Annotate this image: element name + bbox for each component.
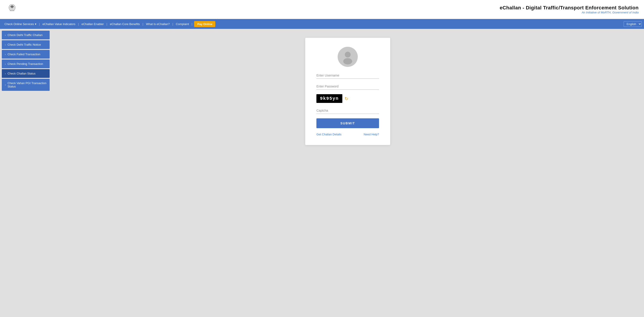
captcha-image: 9k95yn <box>316 94 342 103</box>
separator-5: | <box>172 22 174 26</box>
chevron-icon: › <box>5 72 6 75</box>
captcha-refresh-icon[interactable]: ↻ <box>344 96 348 101</box>
sidebar-label-vahan-pgi: Check Vahan PGI Transaction Status <box>8 81 46 88</box>
separator-1: | <box>39 22 40 26</box>
dropdown-icon: ▾ <box>35 22 36 26</box>
get-challan-details-link[interactable]: Get Challan Details <box>316 133 342 136</box>
username-input[interactable] <box>316 72 379 79</box>
header: सत्यमेव जयते eChallan - Digital Traffic/… <box>0 0 644 19</box>
captcha-area: 9k95yn ↻ <box>316 94 379 103</box>
content-area: 9k95yn ↻ SUBMIT Get Challan Details Need… <box>52 29 644 317</box>
language-select[interactable]: English Hindi <box>624 21 642 27</box>
site-title-area: eChallan - Digital Traffic/Transport Enf… <box>500 5 639 14</box>
pay-online-button[interactable]: Pay Online <box>194 21 215 27</box>
captcha-group <box>316 107 379 114</box>
svg-point-14 <box>343 58 352 65</box>
separator-3: | <box>106 22 108 26</box>
username-group <box>316 72 379 79</box>
sidebar-label-pending-transaction: Check Pending Transaction <box>8 62 43 66</box>
navbar: Check Online Services ▾ | eChallan Value… <box>0 19 644 29</box>
check-online-services-label: Check Online Services <box>4 22 34 26</box>
user-avatar-icon <box>340 49 356 65</box>
need-help-link[interactable]: Need Help? <box>364 133 379 136</box>
chevron-icon: › <box>5 43 6 46</box>
nav-echallan-value-indicators[interactable]: eChallan Value Indicators <box>40 19 78 29</box>
nav-echallan-core-benefits[interactable]: eChallan Core Benefits <box>108 19 142 29</box>
separator-4: | <box>142 22 144 26</box>
chevron-icon: › <box>5 34 6 37</box>
sidebar-label-delhi-traffic-challan: Check Delhi Traffic Challan <box>8 33 43 37</box>
main-layout: › Check Delhi Traffic Challan › Check De… <box>0 29 644 317</box>
login-card: 9k95yn ↻ SUBMIT Get Challan Details Need… <box>305 38 390 145</box>
logo-area: सत्यमेव जयते <box>5 3 19 16</box>
svg-text:सत्यमेव जयते: सत्यमेव जयते <box>10 11 14 12</box>
captcha-input[interactable] <box>316 107 379 114</box>
nav-echallan-enabler[interactable]: eChallan Enabler <box>79 19 106 29</box>
language-selector-area: English Hindi <box>624 21 642 27</box>
sidebar-item-delhi-traffic-challan[interactable]: › Check Delhi Traffic Challan <box>2 31 50 39</box>
sidebar-item-challan-status[interactable]: › Check Challan Status <box>2 69 50 78</box>
submit-button[interactable]: SUBMIT <box>316 118 379 128</box>
separator-2: | <box>78 22 79 26</box>
nav-complaint[interactable]: Complaint <box>174 19 191 29</box>
avatar <box>338 47 358 67</box>
chevron-icon: › <box>5 53 6 56</box>
separator-6: | <box>191 22 193 26</box>
chevron-icon: › <box>5 84 6 86</box>
emblem-logo: सत्यमेव जयते <box>5 3 19 16</box>
bottom-links: Get Challan Details Need Help? <box>316 133 379 136</box>
sidebar-item-delhi-traffic-notice[interactable]: › Check Delhi Traffic Notice <box>2 40 50 49</box>
site-title: eChallan - Digital Traffic/Transport Enf… <box>500 5 639 11</box>
password-input[interactable] <box>316 83 379 90</box>
sidebar-label-failed-transaction: Check Failed Transaction <box>8 53 40 56</box>
nav-what-is-echallan[interactable]: What Is eChallan? <box>144 19 172 29</box>
avatar-container <box>338 47 358 67</box>
check-online-services-menu[interactable]: Check Online Services ▾ <box>2 19 39 29</box>
sidebar-item-failed-transaction[interactable]: › Check Failed Transaction <box>2 50 50 59</box>
chevron-icon: › <box>5 63 6 65</box>
svg-point-13 <box>345 52 350 58</box>
site-subtitle: An Initiative of MoRTH, Government of In… <box>500 11 639 14</box>
password-group <box>316 83 379 90</box>
sidebar-label-challan-status: Check Challan Status <box>8 72 36 75</box>
sidebar-item-vahan-pgi[interactable]: › Check Vahan PGI Transaction Status <box>2 79 50 91</box>
sidebar-item-pending-transaction[interactable]: › Check Pending Transaction <box>2 60 50 68</box>
sidebar: › Check Delhi Traffic Challan › Check De… <box>0 29 52 317</box>
sidebar-label-delhi-traffic-notice: Check Delhi Traffic Notice <box>8 43 41 46</box>
